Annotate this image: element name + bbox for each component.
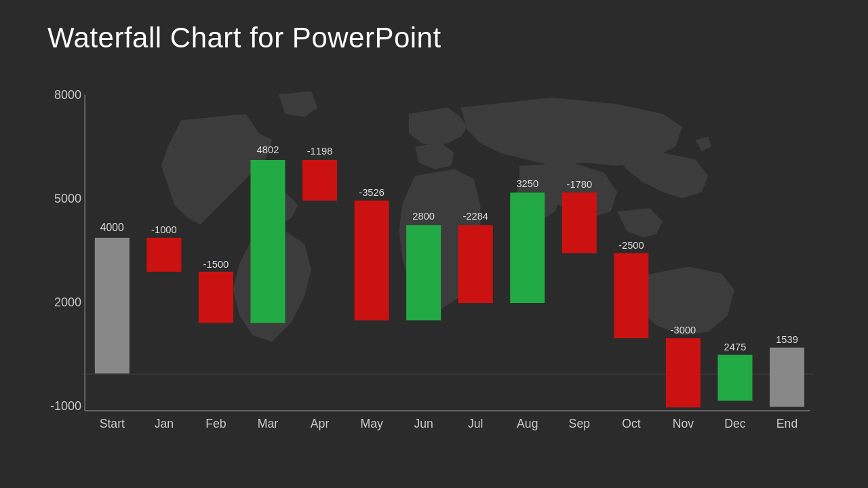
bar-sep [562, 192, 597, 253]
bar-jun [406, 225, 441, 320]
bar-may [355, 201, 389, 321]
label-dec-value: 2475 [724, 342, 747, 352]
label-oct-value: -2500 [618, 240, 644, 251]
label-jul-value: -2284 [462, 211, 488, 222]
label-end: End [776, 417, 797, 430]
bar-jul [458, 225, 493, 303]
label-sep: Sep [569, 417, 591, 430]
label-start-value: 4000 [100, 222, 124, 233]
label-apr: Apr [311, 417, 330, 430]
label-jan-value: -1000 [151, 224, 177, 235]
y-label-neg1000: -1000 [50, 399, 81, 413]
bar-dec [717, 355, 752, 401]
slide-title: Waterfall Chart for PowerPoint [47, 22, 441, 54]
label-end-value: 1539 [776, 334, 798, 345]
label-jul: Jul [468, 417, 484, 430]
label-sep-value: -1780 [567, 179, 593, 190]
bar-oct [614, 253, 648, 338]
label-jun-value: 2800 [412, 211, 435, 222]
y-label-5000: 5000 [54, 192, 81, 206]
label-nov-value: -3000 [671, 325, 696, 336]
label-feb-value: -1500 [203, 259, 229, 270]
y-axis: 8000 5000 2000 -1000 [47, 88, 88, 413]
bar-aug [510, 192, 545, 303]
label-aug-value: 3250 [516, 178, 538, 189]
label-jan: Jan [155, 417, 174, 430]
bar-apr [302, 160, 337, 201]
slide: Waterfall Chart for PowerPoint 8000 [0, 0, 868, 488]
bar-mar [250, 160, 285, 323]
bar-nov [666, 338, 701, 407]
label-apr-value: -1198 [307, 146, 333, 157]
label-mar-value: 4802 [257, 144, 279, 155]
chart-area: 8000 5000 2000 -1000 4000 Start -1000 [47, 88, 848, 447]
y-label-2000: 2000 [54, 296, 81, 310]
waterfall-chart-svg: 4000 Start -1000 Jan -1500 Feb 4802 Mar … [47, 88, 848, 447]
label-feb: Feb [205, 417, 226, 430]
label-mar: Mar [258, 417, 279, 430]
label-oct: Oct [622, 417, 641, 430]
label-dec: Dec [724, 417, 746, 430]
bar-end [770, 348, 804, 407]
bar-start [95, 238, 130, 373]
label-nov: Nov [673, 417, 694, 430]
bar-jan [146, 238, 181, 272]
bar-feb [199, 272, 233, 323]
label-aug: Aug [517, 417, 538, 430]
label-may-value: -3526 [359, 187, 384, 198]
y-label-8000: 8000 [54, 88, 81, 102]
label-jun: Jun [414, 417, 433, 430]
label-may: May [360, 417, 383, 430]
label-start: Start [100, 417, 125, 430]
